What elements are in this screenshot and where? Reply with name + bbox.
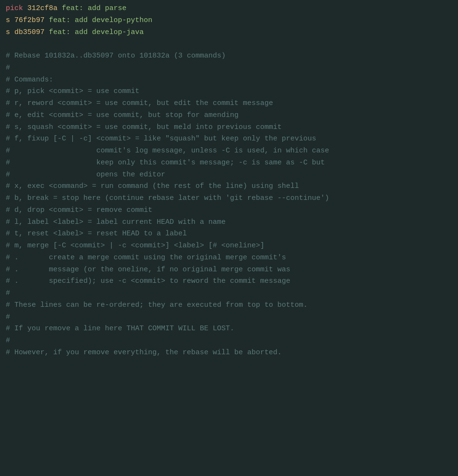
message-2: feat: add develop-python xyxy=(49,15,152,27)
line-empty-1 xyxy=(0,38,458,50)
comment-merge: # m, merge [-C <commit> | -c <commit>] <… xyxy=(0,240,458,252)
comment-text-reorder: # These lines can be re-ordered; they ar… xyxy=(6,300,308,312)
comment-merge-3: # . message (or the oneline, if no origi… xyxy=(0,264,458,276)
comment-edit: # e, edit <commit> = use commit, but sto… xyxy=(0,110,458,122)
keyword-pick: pick xyxy=(6,3,27,15)
hash-1: 312cf8a xyxy=(27,3,62,15)
comment-text-drop: # d, drop <commit> = remove commit xyxy=(6,205,152,217)
comment-reorder: # These lines can be re-ordered; they ar… xyxy=(0,300,458,312)
comment-text-squash: # s, squash <commit> = use commit, but m… xyxy=(6,122,282,134)
comment-hash-4: # xyxy=(0,335,458,347)
comment-squash: # s, squash <commit> = use commit, but m… xyxy=(0,122,458,134)
comment-text-fixup-3: # keep only this commit's message; -c is… xyxy=(6,157,325,169)
comment-text-edit: # e, edit <commit> = use commit, but sto… xyxy=(6,110,239,122)
comment-text-hash-2: # xyxy=(6,288,10,300)
comment-text-reword: # r, reword <commit> = use commit, but e… xyxy=(6,98,273,110)
keyword-s-2: s xyxy=(6,27,14,39)
comment-text-merge-4: # . specified); use -c <commit> to rewor… xyxy=(6,276,290,288)
hash-3: db35097 xyxy=(14,27,49,39)
comment-text-merge-2: # . create a merge commit using the orig… xyxy=(6,252,286,264)
comment-aborted: # However, if you remove everything, the… xyxy=(0,347,458,359)
comment-text-hash-1: # xyxy=(6,62,10,74)
comment-pick: # p, pick <commit> = use commit xyxy=(0,86,458,98)
line-1[interactable]: pick 312cf8a feat: add parse xyxy=(0,3,458,15)
comment-text-remove: # If you remove a line here THAT COMMIT … xyxy=(6,323,234,335)
comment-hash-2: # xyxy=(0,288,458,300)
comment-commands: # Commands: xyxy=(0,74,458,86)
comment-reword: # r, reword <commit> = use commit, but e… xyxy=(0,98,458,110)
comment-text-break: # b, break = stop here (continue rebase … xyxy=(6,193,329,205)
comment-text-rebase: # Rebase 101832a..db35097 onto 101832a (… xyxy=(6,50,226,62)
comment-text-fixup-4: # opens the editor xyxy=(6,169,165,181)
message-1: feat: add parse xyxy=(62,3,126,15)
comment-text-fixup: # f, fixup [-C | -c] <commit> = like "sq… xyxy=(6,133,316,145)
message-3: feat: add develop-java xyxy=(49,27,144,39)
comment-text-exec: # x, exec <command> = run command (the r… xyxy=(6,181,299,193)
comment-exec: # x, exec <command> = run command (the r… xyxy=(0,181,458,193)
comment-label: # l, label <label> = label current HEAD … xyxy=(0,217,458,229)
comment-reset: # t, reset <label> = reset HEAD to a lab… xyxy=(0,228,458,240)
comment-break: # b, break = stop here (continue rebase … xyxy=(0,193,458,205)
line-3[interactable]: s db35097 feat: add develop-java xyxy=(0,27,458,39)
comment-hash-3: # xyxy=(0,312,458,324)
comment-text-pick: # p, pick <commit> = use commit xyxy=(6,86,139,98)
editor-container: pick 312cf8a feat: add parse s 76f2b97 f… xyxy=(0,0,458,476)
line-2[interactable]: s 76f2b97 feat: add develop-python xyxy=(0,15,458,27)
comment-fixup-2: # commit's log message, unless -C is use… xyxy=(0,145,458,157)
comment-merge-4: # . specified); use -c <commit> to rewor… xyxy=(0,276,458,288)
comment-fixup-3: # keep only this commit's message; -c is… xyxy=(0,157,458,169)
comment-remove: # If you remove a line here THAT COMMIT … xyxy=(0,323,458,335)
comment-rebase: # Rebase 101832a..db35097 onto 101832a (… xyxy=(0,50,458,62)
comment-text-fixup-2: # commit's log message, unless -C is use… xyxy=(6,145,329,157)
comment-text-hash-3: # xyxy=(6,312,10,324)
comment-text-commands: # Commands: xyxy=(6,74,53,86)
comment-hash-1: # xyxy=(0,62,458,74)
comment-drop: # d, drop <commit> = remove commit xyxy=(0,205,458,217)
comment-merge-2: # . create a merge commit using the orig… xyxy=(0,252,458,264)
comment-text-label: # l, label <label> = label current HEAD … xyxy=(6,217,226,229)
comment-text-reset: # t, reset <label> = reset HEAD to a lab… xyxy=(6,228,187,240)
keyword-s-1: s xyxy=(6,15,14,27)
comment-fixup: # f, fixup [-C | -c] <commit> = like "sq… xyxy=(0,133,458,145)
hash-2: 76f2b97 xyxy=(14,15,49,27)
comment-text-aborted: # However, if you remove everything, the… xyxy=(6,347,282,359)
comment-text-merge: # m, merge [-C <commit> | -c <commit>] <… xyxy=(6,240,264,252)
comment-text-merge-3: # . message (or the oneline, if no origi… xyxy=(6,264,290,276)
comment-text-hash-4: # xyxy=(6,335,10,347)
comment-fixup-4: # opens the editor xyxy=(0,169,458,181)
